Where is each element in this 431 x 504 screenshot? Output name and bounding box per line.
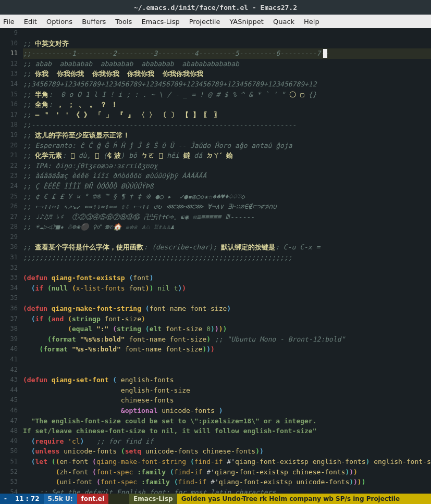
code-line[interactable]	[23, 232, 431, 243]
line-number: 20	[0, 141, 18, 151]
modeline-buffer-name[interactable]: font.el	[77, 494, 109, 504]
code-line[interactable]	[23, 293, 431, 304]
code-line[interactable]: (require 'cl) ;; for find if	[23, 436, 431, 447]
modeline-position: 11 : 72	[11, 494, 44, 504]
code-line[interactable]: ;; Set the default English font: for mos…	[23, 487, 431, 494]
code-line[interactable]: (defun qiang-font-existsp (font)	[23, 273, 431, 283]
code-line[interactable]	[23, 355, 431, 365]
line-number: 43	[0, 375, 18, 385]
code-line[interactable]: ;; ☀☁▷◁☽■★ ☃⊚❀⚫ ♀♂ ☎✆🏠 ☕♔♕ ♙♘ ♖♗♙♙♟	[23, 222, 431, 232]
code-line[interactable]: ;; 化学元素: 𨧀 dù, 𨨏 (钅波) bō ㄅㄛ 𨭆 hēi 鐽 dá ㄉ…	[23, 150, 431, 161]
line-number: 34	[0, 283, 18, 294]
code-line[interactable]: (format "%s-%s:bold" font-name font-size…	[23, 344, 431, 355]
code-line[interactable]	[23, 365, 431, 375]
line-number: 35	[0, 293, 18, 304]
code-line[interactable]: "The english-font-size could be set to \…	[23, 416, 431, 426]
code-line[interactable]: ;; 中英文对齐	[23, 39, 431, 49]
code-line[interactable]: ;; Esperanto: ĉ Ĉ ĝ Ĝ ĥ Ĥ ĵ Ĵ ŝ Ŝ ŭ Ŭ --…	[23, 141, 431, 151]
code-line[interactable]: ;; IPA: ðiŋɑːʃθtʒɛɒæɔəːɜɛrɪiðʒʊɒχ	[23, 161, 431, 171]
code-line[interactable]: ;;--------------------------------------…	[23, 120, 431, 130]
modeline-dash: -	[0, 494, 11, 504]
line-number: 14	[0, 79, 18, 90]
code-line[interactable]: ;;;;;;;;;;;;;;;;;;;;;;;;;;;;;;;;;;;;;;;;…	[23, 253, 431, 263]
menu-item-quack[interactable]: Quack	[273, 18, 294, 26]
code-line[interactable]: ;; — ＂ ＇ ' 《 》 「 」 『 』 〈 〉 〔 〕 【 】 〖 〗	[23, 110, 431, 120]
line-number: 52	[0, 467, 18, 477]
code-line[interactable]: (defun qiang-make-font-string (font-name…	[23, 304, 431, 314]
line-number: 16	[0, 99, 18, 110]
menu-item-projectile[interactable]: Projectile	[189, 18, 220, 26]
line-number: 13	[0, 69, 18, 79]
line-number: 12	[0, 59, 18, 69]
code-line[interactable]: (uni-font (font-spec :family (find-if #'…	[23, 477, 431, 487]
line-number: 50	[0, 446, 18, 457]
menu-bar[interactable]: FileEditOptionsBuffersToolsEmacs-LispPro…	[0, 15, 431, 28]
code-line[interactable]: ;; ←→↑↓↔↕ ↖↗↘↙ ⇐⇒⇑⇓⇔⇕⇦⇨ ⇧⇩ ←→↑↓ ↺↻ ⋘⋙⋘⋙ …	[23, 201, 431, 212]
code-line[interactable]: english-font-size	[23, 385, 431, 396]
code-line[interactable]: (unless unicode-fonts (setq unicode-font…	[23, 446, 431, 457]
line-number: 36	[0, 304, 18, 314]
code-line[interactable]: ;; Ç ÈÉÊË ÌÍÎÏ ÐÑ ÒÓÔÕÖ ØÙÚÛÜÝÞß	[23, 181, 431, 192]
code-line[interactable]: If set/leave chinese-font-size to nil, i…	[23, 426, 431, 436]
code-line[interactable]: ;;----------1---------2---------3-------…	[23, 48, 431, 59]
line-number: 15	[0, 90, 18, 100]
code-line[interactable]: (format "%s%s:bold" font-name font-size)…	[23, 334, 431, 345]
code-line[interactable]: (equal ":" (string (elt font-size 0))))	[23, 324, 431, 334]
menu-item-tools[interactable]: Tools	[115, 18, 132, 26]
modeline-sep	[108, 494, 129, 504]
line-number: 18	[0, 120, 18, 130]
line-number: 19	[0, 130, 18, 141]
code-line[interactable]: ;; 半角: 0 o O 1 l I ! i ; : . ~ \ / - _ =…	[23, 90, 431, 100]
code-line[interactable]: (let ((en-font (qiang-make-font-string (…	[23, 457, 431, 467]
line-number: 22	[0, 161, 18, 171]
window-title: ~/.emacs.d/init/face/font.el - Emacs27.2	[134, 4, 297, 11]
code-line[interactable]: &optional unicode-fonts )	[23, 406, 431, 416]
code-line[interactable]: ;; 这儿的字符至少应该显示正常！	[23, 130, 431, 141]
line-number: 29	[0, 232, 18, 243]
line-number: 49	[0, 436, 18, 447]
code-line[interactable]: ;; 全角: ， ； 、 。 ？ ！	[23, 99, 431, 110]
modeline-minor-modes: Golden yas Undo-Tree rk Helm company wb …	[177, 494, 431, 504]
line-number: 39	[0, 334, 18, 345]
line-number: 28	[0, 222, 18, 232]
line-number: 32	[0, 263, 18, 273]
line-number: 23	[0, 171, 18, 181]
menu-item-buffers[interactable]: Buffers	[82, 18, 106, 26]
menu-item-yasnippet[interactable]: YASnippet	[229, 18, 264, 26]
line-number: 51	[0, 457, 18, 467]
code-line[interactable]	[23, 263, 431, 273]
line-number: 46	[0, 406, 18, 416]
code-line[interactable]: ;; 你我 你我你我 你我你我 你我你我 你我你我你我	[23, 69, 431, 79]
modeline-major-mode[interactable]: Emacs-Lisp	[129, 494, 177, 504]
code-line[interactable]: chinese-fonts	[23, 395, 431, 406]
line-number: 9	[0, 28, 18, 39]
line-number: 27	[0, 212, 18, 222]
line-number: 10	[0, 39, 18, 49]
line-number: 40	[0, 344, 18, 355]
code-line[interactable]: (zh-font (font-spec :family (find-if #'q…	[23, 467, 431, 477]
code-line[interactable]: ;; àáâãäåæç èéêë ìíîï ðñòóôõö øùúûüýþÿ À…	[23, 171, 431, 181]
code-line[interactable]: (if (null (x-list-fonts font)) nil t))	[23, 283, 431, 294]
menu-item-options[interactable]: Options	[46, 18, 72, 26]
line-number: 37	[0, 314, 18, 324]
menu-item-file[interactable]: File	[3, 18, 15, 26]
code-line[interactable]: ;; ¢ € ₤ £ ¥ ¤ ° ©® ™ § ¶ † ‡ ※ ●○ ▸ ✓●▪…	[23, 192, 431, 202]
line-number: 31	[0, 253, 18, 263]
line-number: 48	[0, 426, 18, 436]
code-line[interactable]: (if (and (stringp font-size)	[23, 314, 431, 324]
menu-item-edit[interactable]: Edit	[24, 18, 37, 26]
line-number: 47	[0, 416, 18, 426]
line-number-gutter: 9101112131415161718192021222324252627282…	[0, 28, 21, 494]
code-line[interactable]: ;; 查看某个字符是什么字体，使用函数: (describe-char); 默认…	[23, 242, 431, 253]
line-number: 17	[0, 110, 18, 120]
menu-item-emacs-lisp[interactable]: Emacs-Lisp	[141, 18, 179, 26]
code-line[interactable]: ;;3456789+123456789+123456789+123456789+…	[23, 79, 431, 90]
code-line[interactable]: ;; abab abababab abababab abababab ababa…	[23, 59, 431, 69]
code-line[interactable]: ;; ♩♪♫♬ ♭♯ ①②③④⑤⑥⑦⑧⑨⑩ 卍卐†✝☪✡。☯◉ ☒≡≣≣≣≣≣ …	[23, 212, 431, 222]
code-area[interactable]: ;; 中英文对齐;;----------1---------2---------…	[21, 28, 431, 494]
code-line[interactable]: (defun qiang-set-font ( english-fonts	[23, 375, 431, 385]
menu-item-help[interactable]: Help	[304, 18, 319, 26]
code-line[interactable]	[23, 28, 431, 39]
line-number: 45	[0, 395, 18, 406]
text-cursor	[323, 49, 327, 58]
